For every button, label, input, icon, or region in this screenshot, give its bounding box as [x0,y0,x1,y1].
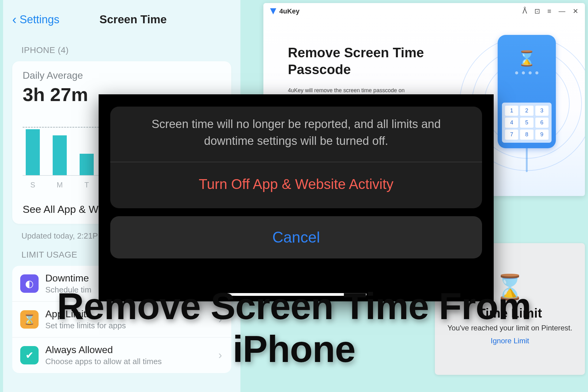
passcode-dots [498,71,556,74]
row-title: Downtime [45,273,91,284]
image-caption: Remove Screen Time From iPhone [0,285,588,371]
turn-off-activity-button[interactable]: Turn Off App & Website Activity [110,162,482,208]
key: 9 [535,130,548,140]
nav-bar: ‹ Settings Screen Time [12,6,231,36]
key: 7 [505,130,518,140]
sheet-subtext [110,205,482,208]
window-titlebar: 4uKey ᐰ ⊡ ≡ — ✕ [263,3,585,20]
page-title: Screen Time [35,13,231,26]
key: 5 [520,118,533,128]
turn-off-activity-sheet: Screen time will no longer be reported, … [99,94,494,301]
bar-col: T [80,154,94,175]
window-controls: ᐰ ⊡ ≡ — ✕ [522,7,578,15]
bar-label: S [30,181,35,189]
ukey-heading: Remove Screen Time Passcode [288,44,435,78]
keypad: 1 2 3 4 5 6 7 8 9 [502,103,552,143]
bar [26,129,40,175]
phone-body: ⌛ 1 2 3 4 5 6 7 8 9 [498,35,556,148]
feedback-icon[interactable]: ⊡ [534,7,540,15]
bar-label: M [57,181,63,189]
hourglass-icon: ⌛ [498,50,556,67]
key: 4 [505,118,518,128]
bar-col: S [26,129,40,175]
daily-average-label: Daily Average [23,70,221,81]
bar-col: M [53,135,67,175]
device-section-header: IPHONE (4) [21,45,231,55]
bar-label: T [85,181,89,189]
key: 6 [535,118,548,128]
menu-icon[interactable]: ≡ [547,7,551,15]
4ukey-logo-icon [270,8,276,14]
key: 1 [505,106,518,116]
action-sheet: Screen time will no longer be reported, … [110,107,482,208]
bar [80,154,94,175]
sheet-message: Screen time will no longer be reported, … [110,107,482,162]
minimize-button[interactable]: — [559,7,565,15]
close-button[interactable]: ✕ [573,7,578,15]
phone-illustration: ⌛ 1 2 3 4 5 6 7 8 9 [487,35,567,172]
bar [53,135,67,175]
key: 8 [520,130,533,140]
account-icon[interactable]: ᐰ [522,7,527,15]
back-chevron-icon[interactable]: ‹ [12,12,17,27]
key: 2 [520,106,533,116]
cancel-button[interactable]: Cancel [110,216,482,258]
app-brand: 4uKey [270,7,300,15]
app-name: 4uKey [279,7,300,15]
key: 3 [535,106,548,116]
